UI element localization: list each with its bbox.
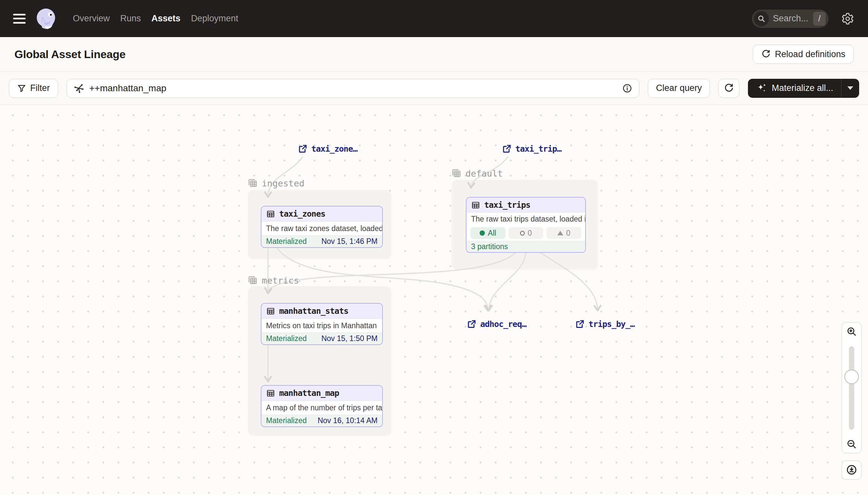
page-title: Global Asset Lineage [14,48,126,61]
partition-health-row: All 0 0 [466,225,585,241]
table-icon [266,307,275,316]
group-label-default[interactable]: default [451,168,503,178]
asset-status-bar: 3 partitions [466,241,585,252]
group-label-metrics[interactable]: metrics [247,275,299,286]
settings-gear-icon[interactable] [840,12,855,26]
zoom-controls [842,322,862,480]
external-link-icon [502,144,512,154]
lineage-edges [0,105,868,495]
asset-description: Metrics on taxi trips in Manhattan [262,319,382,332]
status-badge: Materialized [266,416,307,425]
external-node-adhoc-req[interactable]: adhoc_req… [467,319,527,329]
search-box[interactable]: / [752,10,829,28]
search-icon [754,11,769,26]
asset-status-bar: Materialized Nov 15, 1:46 PM [262,235,382,247]
dagster-app: Overview Runs Assets Deployment / Global… [0,0,868,495]
partitions-all-badge[interactable]: All [471,227,506,239]
asset-group-icon [451,168,462,178]
materialize-options-dropdown[interactable] [842,79,859,98]
asset-card-taxi-zones[interactable]: taxi_zones The raw taxi zones dataset, l… [261,206,383,248]
zoom-slider-knob[interactable] [844,370,859,384]
asset-description: The raw taxi zones dataset, loaded int..… [262,222,382,235]
menu-icon[interactable] [13,14,25,24]
chevron-down-icon [847,86,853,90]
refresh-icon [724,83,734,93]
asset-description: The raw taxi trips dataset, loaded into … [466,213,585,225]
nav-link-assets[interactable]: Assets [152,14,181,24]
lineage-query-icon [73,83,84,93]
search-input[interactable] [773,14,809,24]
zoom-out-icon [846,439,857,450]
filter-button[interactable]: Filter [9,79,58,98]
external-node-taxi-zone[interactable]: taxi_zone… [298,144,358,154]
partitions-failed-badge[interactable]: 0 [546,227,581,239]
materialization-timestamp: Nov 15, 1:50 PM [321,334,377,343]
asset-card-taxi-trips[interactable]: taxi_trips The raw taxi trips dataset, l… [466,197,586,253]
search-shortcut-badge: / [813,12,826,25]
table-icon [266,389,275,398]
status-badge: Materialized [266,334,307,343]
materialize-all-split-button: Materialize all... [748,79,859,98]
partitions-missing-badge[interactable]: 0 [509,227,544,239]
materialize-all-button[interactable]: Materialize all... [748,79,841,98]
asset-card-manhattan-stats[interactable]: manhattan_stats Metrics on taxi trips in… [261,303,383,345]
refresh-graph-button[interactable] [719,79,739,98]
zoom-slider-track[interactable] [849,346,854,430]
zoom-in-icon [846,326,857,337]
reload-definitions-button[interactable]: Reload definitions [753,45,854,64]
materialization-timestamp: Nov 16, 10:14 AM [318,416,377,425]
external-node-trips-by[interactable]: trips_by_… [575,319,635,329]
external-link-icon [467,319,477,329]
asset-query-input-wrapper [67,79,639,98]
materialization-timestamp: Nov 15, 1:46 PM [321,237,377,246]
nav-links: Overview Runs Assets Deployment [73,14,238,24]
success-dot-icon [480,231,485,236]
lineage-graph-canvas[interactable]: ingested default metrics taxi_zone… [0,105,868,495]
asset-description: A map of the number of trips per taxi z.… [262,401,382,414]
nav-link-overview[interactable]: Overview [73,14,110,24]
warning-triangle-icon [557,231,563,235]
ring-icon [520,231,525,236]
zoom-slider [842,340,862,436]
sparkle-icon [756,83,767,94]
refresh-icon [761,49,771,59]
asset-group-icon [247,275,258,286]
page-header: Global Asset Lineage Reload definitions [0,37,868,71]
clear-query-button[interactable]: Clear query [648,79,710,98]
asset-query-input[interactable] [89,83,617,93]
external-node-taxi-trip[interactable]: taxi_trip… [502,144,562,154]
group-label-ingested[interactable]: ingested [247,178,304,188]
filter-funnel-icon [17,84,26,93]
status-badge: Materialized [266,237,307,246]
nav-link-deployment[interactable]: Deployment [191,14,238,24]
asset-status-bar: Materialized Nov 15, 1:50 PM [262,332,382,344]
external-link-icon [575,319,585,329]
zoom-in-button[interactable] [842,322,862,341]
download-icon [846,464,857,476]
table-icon [266,209,275,219]
external-link-icon [298,144,308,154]
top-nav: Overview Runs Assets Deployment / [0,0,868,37]
table-icon [471,201,480,210]
zoom-out-button[interactable] [842,435,862,453]
asset-group-icon [247,178,258,188]
download-view-button[interactable] [842,461,862,480]
query-info-icon[interactable] [622,83,633,93]
dagster-logo-icon[interactable] [35,7,58,30]
asset-card-manhattan-map[interactable]: manhattan_map A map of the number of tri… [261,385,383,427]
lineage-toolbar: Filter Clear query [0,71,868,105]
partition-count: 3 partitions [471,242,508,251]
nav-link-runs[interactable]: Runs [120,14,141,24]
asset-status-bar: Materialized Nov 16, 10:14 AM [262,414,382,426]
